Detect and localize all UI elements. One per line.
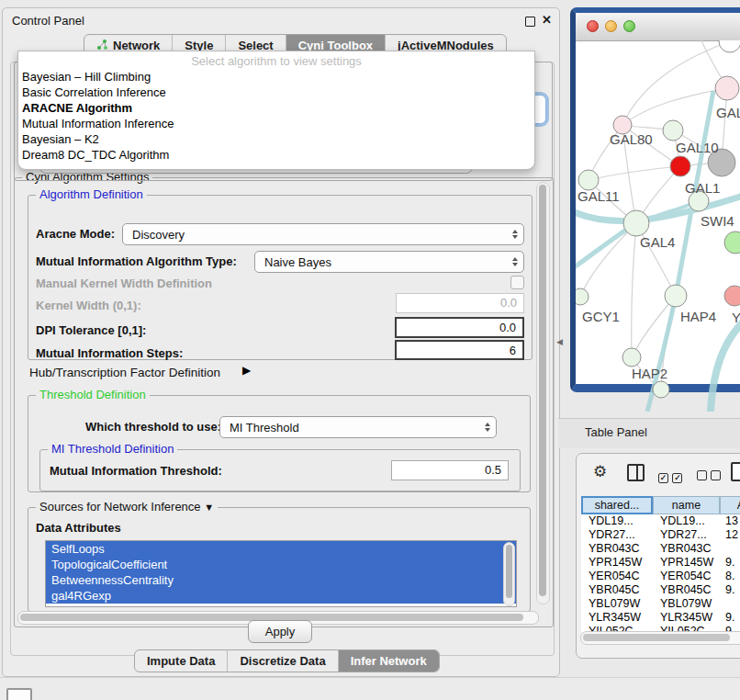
attribute-item[interactable]: BetweennessCentrality: [46, 572, 516, 588]
node[interactable]: [719, 40, 740, 52]
table-hscrollbar-thumb[interactable]: [583, 634, 730, 641]
node[interactable]: [623, 210, 649, 236]
tab-discretize-data[interactable]: Discretize Data: [227, 650, 337, 672]
node[interactable]: [653, 381, 669, 398]
table-row[interactable]: YBR043CYBR043C: [581, 542, 740, 556]
minimize-traffic-light[interactable]: [605, 20, 617, 32]
select-all-checkboxes-icon[interactable]: ✓ ✓: [658, 468, 682, 484]
cell[interactable]: 9.: [720, 611, 740, 625]
dropdown-item[interactable]: Dream8 DC_TDC Algorithm: [18, 147, 534, 163]
group-title: Threshold Definition: [36, 388, 150, 401]
data-attributes-label: Data Attributes: [36, 521, 121, 535]
network-view-window: GAL GAL80 GAL10 GAL1 GAL11 SWI4 GAL4 GCY…: [570, 7, 740, 392]
threshold-definition-group: Threshold Definition Which threshold to …: [28, 395, 531, 492]
close-icon[interactable]: ✕: [542, 13, 552, 27]
cell[interactable]: YPR145W: [581, 556, 653, 570]
network-canvas[interactable]: GAL GAL80 GAL10 GAL1 GAL11 SWI4 GAL4 GCY…: [576, 40, 740, 412]
settings-vscrollbar-thumb[interactable]: [539, 185, 546, 596]
columns-icon[interactable]: [627, 464, 645, 481]
table-hscrollbar[interactable]: [580, 631, 740, 645]
table-row[interactable]: YDL19...YDL19...13: [581, 514, 740, 528]
attributes-vscrollbar[interactable]: [503, 542, 515, 606]
cell[interactable]: [720, 542, 740, 556]
cell[interactable]: YBR045C: [581, 583, 653, 597]
cell[interactable]: YBL079W: [653, 597, 720, 611]
kernel-width-field[interactable]: 0.0: [396, 293, 524, 313]
dropdown-item[interactable]: Basic Correlation Inference: [18, 85, 534, 100]
dropdown-item-selected[interactable]: ARACNE Algorithm: [18, 100, 534, 116]
cell[interactable]: YPR145W: [653, 556, 720, 570]
cell[interactable]: 8.: [720, 570, 740, 583]
attributes-vscrollbar-thumb[interactable]: [506, 545, 512, 598]
node-label: GAL10: [676, 140, 719, 155]
minimized-panel-icon[interactable]: [6, 688, 32, 700]
network-window-titlebar[interactable]: [576, 13, 740, 41]
tab-infer-network[interactable]: Infer Network: [338, 650, 439, 672]
new-table-icon[interactable]: [731, 462, 740, 481]
cell[interactable]: YLR345W: [581, 611, 653, 625]
attribute-item[interactable]: SelfLoops: [46, 541, 516, 557]
cell[interactable]: YLR345W: [653, 611, 720, 625]
table-panel-title: Table Panel: [585, 425, 647, 439]
chevron-down-icon[interactable]: ▼: [204, 502, 214, 513]
cell[interactable]: 12: [720, 528, 740, 542]
cell[interactable]: 9.: [720, 556, 740, 570]
node[interactable]: [715, 76, 739, 100]
cell[interactable]: 9.: [720, 583, 740, 597]
column-header[interactable]: A: [720, 496, 740, 514]
table-row[interactable]: YBL079WYBL079W: [581, 597, 740, 611]
cell[interactable]: YBR045C: [653, 583, 720, 597]
table-row[interactable]: YER054CYER054C8.: [581, 570, 740, 583]
node[interactable]: [724, 286, 740, 306]
close-traffic-light[interactable]: [587, 20, 599, 32]
gear-icon[interactable]: ⚙: [593, 464, 607, 480]
cell[interactable]: YBR043C: [581, 542, 653, 556]
mi-steps-field[interactable]: 6: [395, 340, 524, 360]
hub-section-label[interactable]: Hub/Transcription Factor Definition: [29, 366, 220, 379]
table-row[interactable]: YBR045CYBR045C9.: [581, 583, 740, 597]
attribute-item[interactable]: gal4RGexp: [46, 588, 516, 604]
tab-impute-data[interactable]: Impute Data: [135, 650, 227, 672]
cell[interactable]: YDL19...: [581, 514, 653, 528]
manual-kernel-checkbox[interactable]: [510, 276, 524, 289]
which-threshold-select[interactable]: MI Threshold: [219, 416, 497, 438]
dropdown-item[interactable]: Bayesian – K2: [18, 131, 534, 147]
mi-threshold-field[interactable]: 0.5: [391, 460, 509, 480]
cell[interactable]: YDL19...: [653, 514, 720, 528]
cell[interactable]: YER054C: [653, 570, 720, 583]
sources-title: Sources for Network Inference: [39, 500, 201, 514]
cell[interactable]: [720, 597, 740, 611]
table-row[interactable]: YDR27...YDR27...12: [581, 528, 740, 542]
zoom-traffic-light[interactable]: [623, 20, 635, 32]
cell[interactable]: YBL079W: [581, 597, 653, 611]
dpi-tolerance-field[interactable]: 0.0: [395, 317, 524, 338]
aracne-mode-select[interactable]: Discovery: [122, 223, 524, 245]
panel-divider-arrow-icon[interactable]: ◀: [556, 337, 563, 346]
cell[interactable]: YDR27...: [581, 528, 653, 542]
table-row[interactable]: YLR345WYLR345W9.: [581, 611, 740, 625]
mi-algorithm-type-select[interactable]: Naive Bayes: [254, 251, 524, 273]
node-label: SWI4: [701, 213, 734, 229]
float-window-icon[interactable]: [525, 17, 535, 27]
table-row[interactable]: YPR145WYPR145W9.: [581, 556, 740, 570]
node[interactable]: [665, 285, 687, 307]
column-header[interactable]: name: [653, 496, 720, 514]
cell[interactable]: YDR27...: [653, 528, 720, 542]
apply-button[interactable]: Apply: [248, 620, 312, 643]
node[interactable]: [663, 120, 683, 141]
node[interactable]: [576, 288, 589, 305]
node[interactable]: [578, 170, 599, 190]
cell[interactable]: YBR043C: [653, 542, 720, 556]
column-header[interactable]: shared...: [581, 496, 653, 514]
cell[interactable]: YER054C: [581, 570, 653, 583]
dropdown-item[interactable]: Bayesian – Hill Climbing: [18, 69, 534, 85]
node[interactable]: [622, 348, 641, 367]
attribute-item[interactable]: TopologicalCoefficient: [46, 557, 516, 572]
dropdown-item[interactable]: Mutual Information Inference: [18, 116, 534, 131]
node[interactable]: [724, 231, 740, 254]
node[interactable]: [670, 156, 690, 176]
deselect-all-checkboxes-icon[interactable]: [697, 468, 721, 484]
cell[interactable]: 13: [720, 514, 740, 528]
settings-vscrollbar[interactable]: [536, 182, 550, 604]
chevron-right-icon[interactable]: ▶: [242, 364, 251, 377]
